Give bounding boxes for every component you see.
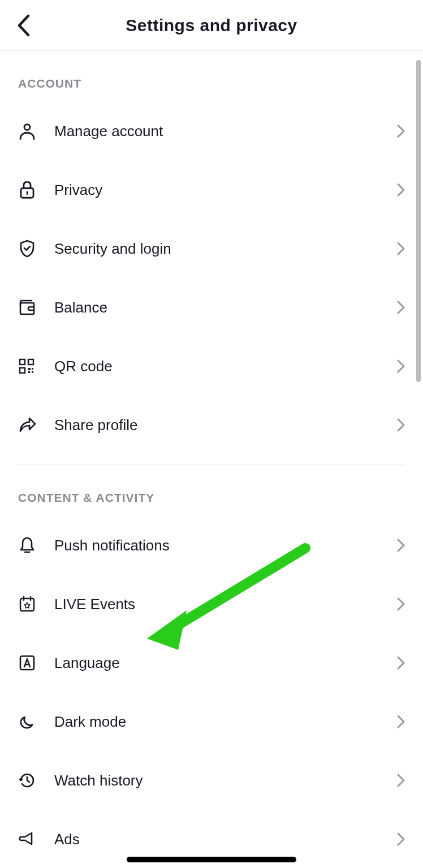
row-language[interactable]: Language [18, 633, 405, 692]
row-label: Privacy [54, 181, 397, 199]
chevron-right-icon [397, 242, 405, 255]
chevron-right-icon [397, 715, 405, 728]
bell-icon [18, 536, 54, 555]
share-arrow-icon [18, 416, 54, 433]
svg-rect-9 [32, 368, 33, 370]
row-label: Manage account [54, 123, 397, 140]
row-dark-mode[interactable]: Dark mode [18, 692, 405, 751]
row-label: LIVE Events [54, 596, 397, 613]
row-label: QR code [54, 358, 397, 375]
row-share-profile[interactable]: Share profile [18, 396, 405, 454]
section-header-account: ACCOUNT [18, 77, 405, 90]
history-clock-icon [18, 771, 54, 789]
svg-rect-11 [32, 371, 33, 373]
row-label: Balance [54, 299, 397, 316]
settings-list: ACCOUNT Manage account Privacy [0, 51, 423, 868]
row-manage-account[interactable]: Manage account [18, 102, 405, 160]
back-button[interactable] [16, 14, 31, 37]
row-label: Security and login [54, 240, 397, 258]
header: Settings and privacy [0, 0, 423, 51]
row-privacy[interactable]: Privacy [18, 160, 405, 219]
row-watch-history[interactable]: Watch history [18, 751, 405, 810]
row-label: Dark mode [54, 713, 397, 731]
svg-rect-10 [28, 371, 30, 373]
row-label: Share profile [54, 416, 397, 434]
qr-code-icon [18, 358, 54, 375]
svg-rect-7 [20, 368, 25, 373]
megaphone-icon [18, 831, 54, 848]
row-label: Language [54, 654, 397, 672]
chevron-right-icon [397, 597, 405, 611]
chevron-right-icon [397, 832, 405, 846]
section-header-content-activity: CONTENT & ACTIVITY [18, 491, 405, 505]
chevron-right-icon [397, 183, 405, 197]
lock-icon [18, 180, 54, 199]
row-security-login[interactable]: Security and login [18, 219, 405, 278]
chevron-right-icon [397, 359, 405, 373]
svg-rect-12 [20, 598, 34, 611]
chevron-right-icon [397, 656, 405, 670]
wallet-icon [18, 299, 54, 316]
calendar-star-icon [18, 595, 54, 613]
row-label: Push notifications [54, 537, 397, 554]
svg-rect-3 [27, 193, 28, 195]
chevron-right-icon [397, 774, 405, 787]
moon-icon [18, 713, 54, 730]
chevron-right-icon [397, 418, 405, 432]
scrollbar[interactable] [416, 60, 421, 382]
svg-rect-13 [20, 656, 34, 670]
row-balance[interactable]: Balance [18, 278, 405, 337]
section-divider [18, 465, 405, 465]
row-push-notifications[interactable]: Push notifications [18, 516, 405, 575]
chevron-right-icon [397, 539, 405, 552]
svg-rect-6 [28, 359, 33, 364]
row-label: Ads [54, 831, 397, 848]
language-letter-icon [18, 654, 54, 672]
row-label: Watch history [54, 772, 397, 789]
chevron-right-icon [397, 124, 405, 138]
chevron-right-icon [397, 301, 405, 314]
person-icon [18, 122, 54, 140]
svg-rect-4 [20, 303, 34, 314]
row-live-events[interactable]: LIVE Events [18, 575, 405, 633]
svg-rect-8 [28, 368, 31, 370]
row-qr-code[interactable]: QR code [18, 337, 405, 396]
home-indicator[interactable] [127, 857, 296, 862]
svg-rect-5 [20, 359, 25, 364]
svg-point-0 [24, 124, 30, 130]
chevron-left-icon [16, 14, 31, 37]
page-title: Settings and privacy [9, 16, 414, 35]
shield-check-icon [18, 239, 54, 258]
